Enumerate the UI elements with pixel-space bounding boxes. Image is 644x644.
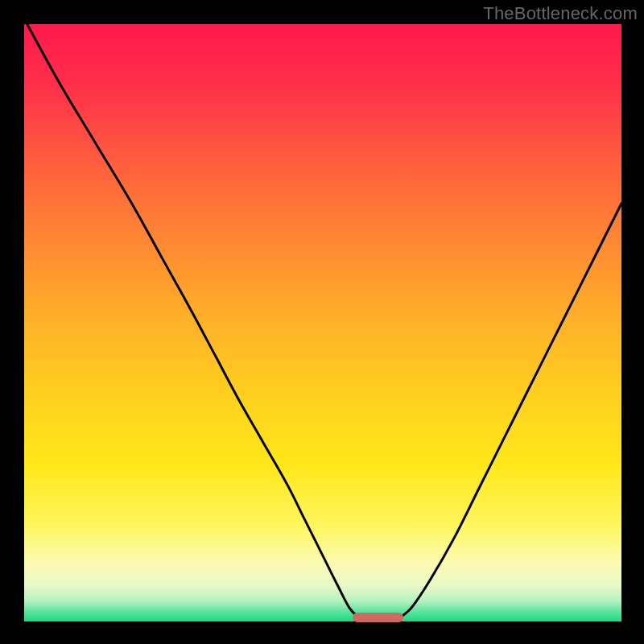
plot-area bbox=[24, 24, 621, 621]
bottleneck-marker bbox=[353, 613, 403, 622]
watermark-text: TheBottleneck.com bbox=[483, 3, 638, 24]
gradient-background bbox=[24, 24, 621, 621]
chart-frame: TheBottleneck.com bbox=[0, 0, 644, 644]
bottleneck-curve-svg bbox=[24, 24, 621, 621]
